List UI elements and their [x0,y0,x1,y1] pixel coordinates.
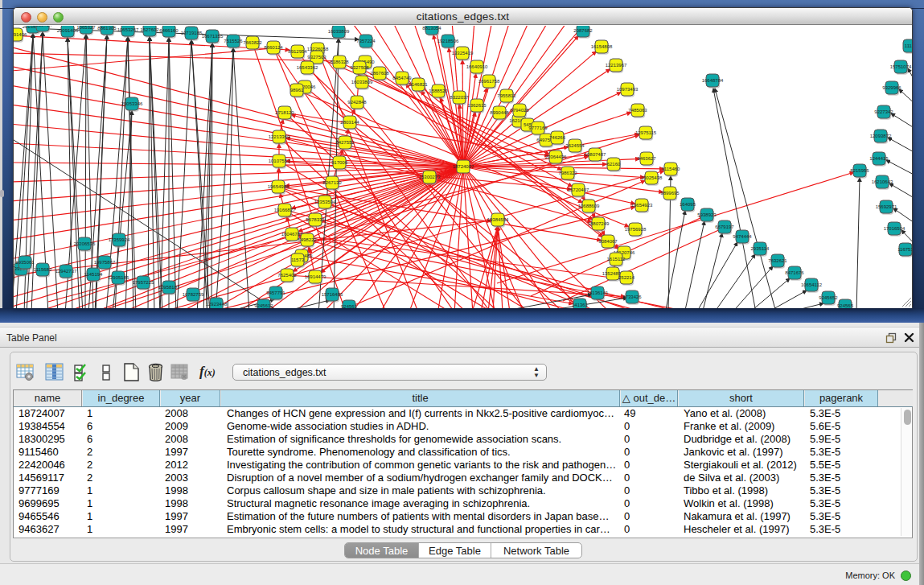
svg-text:9245652: 9245652 [819,295,838,300]
svg-text:15720407: 15720407 [568,187,589,192]
svg-text:9474444: 9474444 [733,234,752,239]
svg-text:16640910: 16640910 [466,64,488,69]
svg-text:1935061: 1935061 [15,260,35,265]
svg-text:6679197: 6679197 [715,225,734,229]
svg-text:2087682: 2087682 [573,28,593,33]
svg-text:2055724: 2055724 [33,26,52,27]
svg-text:98961: 98961 [290,88,304,93]
svg-text:5678332: 5678332 [306,217,325,222]
svg-text:12353594: 12353594 [314,200,336,204]
svg-text:9899695: 9899695 [660,191,680,196]
svg-text:19218506: 19218506 [437,39,459,43]
svg-text:10688609: 10688609 [578,204,600,208]
svg-text:2935114: 2935114 [751,246,770,251]
svg-text:1733426: 1733426 [622,295,642,299]
svg-text:15300273: 15300273 [419,175,441,179]
svg-text:9327503: 9327503 [307,55,326,60]
svg-text:3624554: 3624554 [565,143,585,148]
svg-text:10107553: 10107553 [269,159,290,163]
svg-text:17016504: 17016504 [884,226,906,231]
svg-text:16210643: 16210643 [872,179,893,184]
svg-text:7986322: 7986322 [558,171,577,175]
svg-text:12213369: 12213369 [269,134,290,139]
svg-text:116753: 116753 [897,247,912,252]
svg-text:746266: 746266 [549,135,566,140]
svg-text:17957225: 17957225 [133,280,154,285]
svg-text:16671355: 16671355 [202,34,224,39]
svg-text:15751074: 15751074 [890,64,912,69]
svg-text:16033809: 16033809 [328,29,350,34]
svg-text:252214: 252214 [618,275,635,280]
svg-text:9463627: 9463627 [637,156,656,161]
svg-text:15692971: 15692971 [876,204,897,209]
svg-text:1362615: 1362615 [467,103,487,108]
svg-text:1588520: 1588520 [429,89,448,93]
svg-text:8660124: 8660124 [264,45,283,50]
svg-text:6794028: 6794028 [510,108,529,113]
svg-text:12923448: 12923448 [206,302,228,307]
svg-text:8267130: 8267130 [322,180,342,185]
svg-text:8454749: 8454749 [392,76,412,80]
svg-text:12213967: 12213967 [606,63,627,68]
svg-text:2803144: 2803144 [340,120,359,125]
svg-text:1615112: 1615112 [607,257,626,262]
svg-text:10973493: 10973493 [617,87,639,92]
svg-text:10654112: 10654112 [801,282,823,287]
svg-text:924565: 924565 [837,303,854,308]
svg-text:7632621: 7632621 [768,258,787,263]
svg-text:7663822: 7663822 [243,40,262,45]
svg-text:1145194: 1145194 [84,272,104,277]
svg-text:10807487: 10807487 [585,152,606,157]
svg-text:20091406: 20091406 [14,32,27,37]
svg-text:16154808: 16154808 [591,44,613,49]
svg-text:16648784: 16648784 [702,78,724,83]
svg-text:16046786: 16046786 [281,232,303,237]
svg-text:917006: 917006 [331,160,348,165]
svg-text:18724007: 18724007 [453,164,474,169]
svg-text:9227342: 9227342 [874,109,893,114]
svg-text:8912954: 8912954 [288,49,307,54]
svg-text:9115460: 9115460 [662,167,681,171]
svg-text:7625402: 7625402 [277,273,297,278]
svg-text:13325419: 13325419 [452,51,474,56]
svg-text:9242848: 9242848 [347,100,367,105]
svg-text:9777169: 9777169 [528,126,548,130]
svg-text:12093872: 12093872 [870,134,892,138]
svg-text:19756928: 19756928 [625,227,647,232]
svg-text:19654986: 19654986 [268,184,290,189]
svg-text:10958187: 10958187 [158,285,180,290]
svg-text:7515526: 7515526 [224,39,243,43]
svg-text:19975867: 19975867 [94,260,116,265]
svg-text:10025438: 10025438 [641,175,663,180]
svg-text:62160: 62160 [607,162,621,167]
svg-text:20091406: 20091406 [57,28,79,33]
svg-text:5938923: 5938923 [697,212,717,217]
svg-text:9084067: 9084067 [598,239,618,244]
svg-text:2867608: 2867608 [370,71,389,76]
svg-text:9327508: 9327508 [350,65,369,70]
svg-text:8186328: 8186328 [330,60,349,64]
svg-text:8990448: 8990448 [490,110,509,115]
svg-text:20206536: 20206536 [74,241,96,246]
svg-text:14136141: 14136141 [587,290,609,295]
svg-text:1117: 1117 [905,43,912,48]
svg-text:8813054: 8813054 [422,26,441,31]
svg-text:9146821: 9146821 [409,82,428,87]
svg-text:16914479: 16914479 [305,274,326,279]
svg-text:15716485: 15716485 [322,292,343,297]
svg-text:19384554: 19384554 [487,217,509,222]
svg-text:8322037: 8322037 [450,95,469,100]
svg-text:2718120: 2718120 [275,110,294,115]
svg-text:16033809: 16033809 [351,80,373,84]
svg-text:7357224: 7357224 [356,39,376,43]
svg-text:19654923: 19654923 [631,203,653,208]
svg-text:8861305: 8861305 [97,26,117,31]
svg-text:1065327: 1065327 [76,26,96,30]
svg-text:11573: 11573 [291,257,305,262]
svg-text:12905185: 12905185 [108,275,129,280]
svg-text:10719185: 10719185 [181,31,203,35]
svg-text:1244415: 1244415 [869,156,889,161]
svg-text:6466160: 6466160 [159,28,179,33]
svg-text:8427552: 8427552 [335,140,355,145]
svg-text:17359924: 17359924 [109,237,130,242]
